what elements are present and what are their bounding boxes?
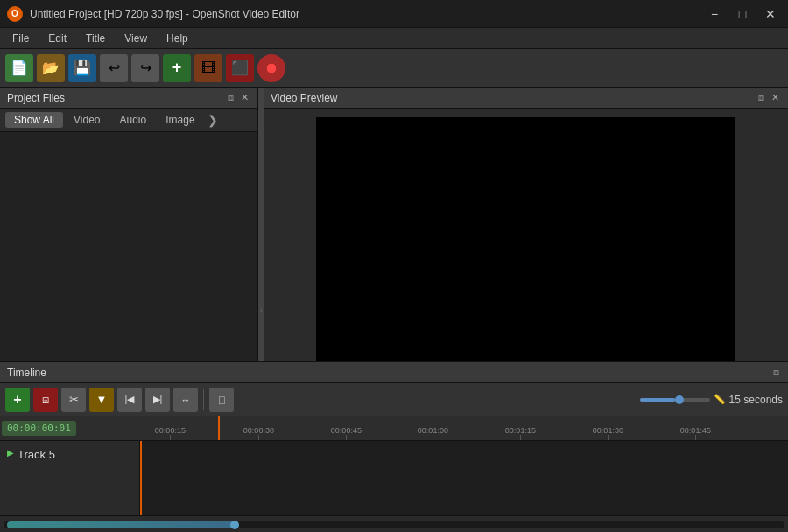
export-button[interactable]: ⬛	[226, 54, 254, 82]
menu-edit[interactable]: Edit	[39, 31, 75, 46]
zoom-slider-thumb	[675, 396, 684, 404]
ruler-mark: 00:00:30	[243, 426, 274, 440]
track-area: ▶ Track 5	[0, 441, 788, 515]
vp-close-button[interactable]: ✕	[770, 92, 781, 103]
redo-button[interactable]: ↪	[131, 54, 159, 82]
filter-tabs: Show All Video Audio Image ❯	[0, 108, 257, 132]
ruler-mark: 00:00:45	[331, 426, 362, 440]
timeline-float-button[interactable]: ⧈	[771, 367, 781, 378]
menu-view[interactable]: View	[116, 31, 156, 46]
toolbar-divider	[203, 389, 204, 410]
zoom-slider-container	[640, 398, 710, 402]
ruler-mark: 00:01:45	[680, 426, 711, 440]
filter-video[interactable]: Video	[65, 112, 109, 128]
filter-show-all[interactable]: Show All	[5, 112, 63, 128]
pf-float-button[interactable]: ⧈	[226, 92, 236, 103]
add-track-button[interactable]: +	[5, 388, 30, 412]
vp-header: Video Preview ⧈ ✕	[264, 88, 788, 108]
vp-title: Video Preview	[271, 92, 338, 104]
undo-button[interactable]: ↩	[100, 54, 128, 82]
ruler-mark: 00:00:15	[155, 426, 186, 440]
zoom-slider-fill	[640, 398, 675, 402]
track-content[interactable]	[140, 441, 788, 515]
menu-title[interactable]: Title	[77, 31, 114, 46]
timecode: 00:00:00:01	[2, 421, 76, 436]
duration-label: 📏 15 seconds	[714, 394, 783, 406]
title-text: Untitled Project [HD 720p 30 fps] - Open…	[30, 8, 697, 20]
timeline-label: Timeline	[7, 367, 46, 379]
menu-bar: File Edit Title View Help	[0, 28, 788, 49]
title-bar: O Untitled Project [HD 720p 30 fps] - Op…	[0, 0, 788, 28]
filter-image[interactable]: Image	[157, 112, 203, 128]
menu-file[interactable]: File	[4, 31, 38, 46]
link-button[interactable]: ↔	[173, 388, 198, 412]
cut-button[interactable]: ✂	[61, 388, 86, 412]
ruler-mark: 00:01:00	[418, 426, 448, 440]
minimize-button[interactable]: −	[704, 5, 725, 23]
scrollbar-track[interactable]	[4, 522, 784, 528]
ruler-mark: 00:01:15	[505, 426, 536, 440]
pf-controls: ⧈ ✕	[226, 92, 250, 103]
scrollbar-thumb[interactable]	[7, 522, 235, 528]
app-icon: O	[7, 6, 23, 22]
toolbar: 📄 📂 💾 ↩ ↪ + 🎞 ⬛ ⏺	[0, 49, 788, 88]
timeline-header: Timeline ⧈	[0, 362, 788, 383]
more-filters-icon[interactable]: ❯	[208, 113, 218, 127]
vp-float-button[interactable]: ⧈	[756, 92, 766, 103]
filter-down-button[interactable]: ▼	[89, 388, 114, 412]
pf-title: Project Files	[7, 92, 65, 104]
ruler-marks: 00:00:1500:00:3000:00:4500:01:0000:01:15…	[76, 416, 786, 440]
go-end-tl-button[interactable]: ▶|	[145, 388, 170, 412]
pf-close-button[interactable]: ✕	[239, 92, 250, 103]
filter-audio[interactable]: Audio	[111, 112, 156, 128]
maximize-button[interactable]: □	[732, 5, 753, 23]
playhead[interactable]	[218, 416, 220, 440]
menu-help[interactable]: Help	[158, 31, 197, 46]
track-arrow-icon: ▶	[7, 448, 14, 458]
timeline-section: Timeline ⧈ + ⧆ ✂ ▼ |◀ ▶| ↔ ⎕ 📏 15 second…	[0, 361, 788, 532]
razor-button[interactable]: ⧆	[33, 388, 58, 412]
record-button[interactable]: ⏺	[257, 54, 285, 82]
new-button[interactable]: 📄	[5, 54, 33, 82]
pf-header: Project Files ⧈ ✕	[0, 88, 257, 108]
timeline-ruler: 00:00:00:01 00:00:1500:00:3000:00:4500:0…	[0, 416, 788, 441]
track-label-area: ▶ Track 5	[0, 441, 140, 515]
go-start-tl-button[interactable]: |◀	[117, 388, 142, 412]
zoom-slider[interactable]	[640, 398, 710, 402]
close-button[interactable]: ✕	[760, 5, 781, 23]
scroll-right-end-handle[interactable]	[230, 521, 239, 529]
duration-text: 15 seconds	[729, 394, 783, 406]
timeline-toolbar: + ⧆ ✂ ▼ |◀ ▶| ↔ ⎕ 📏 15 seconds	[0, 383, 788, 416]
ruler-mark: 00:01:30	[593, 426, 623, 440]
save-button[interactable]: 💾	[68, 54, 96, 82]
import-button[interactable]: +	[163, 54, 191, 82]
video-effect-button[interactable]: 🎞	[194, 54, 222, 82]
timeline-scrollbar	[0, 515, 788, 532]
track-name: Track 5	[18, 448, 55, 461]
open-button[interactable]: 📂	[37, 54, 65, 82]
clip-btn[interactable]: ⎕	[209, 388, 234, 412]
